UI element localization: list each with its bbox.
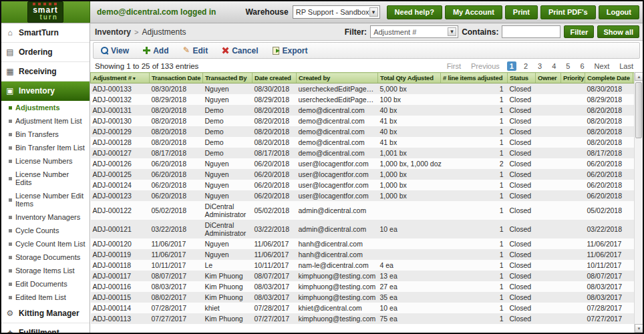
vertical-scrollbar[interactable] bbox=[634, 72, 643, 333]
pagination-item[interactable]: Next bbox=[592, 61, 613, 71]
toolbar-button[interactable]: Add bbox=[142, 46, 168, 55]
toolbar-button[interactable]: Export bbox=[272, 46, 308, 55]
sidebar-item[interactable]: ▤ Ordering bbox=[1, 43, 90, 62]
cell-date-created: 08/03/2017 bbox=[253, 292, 297, 303]
scroll-down-icon[interactable] bbox=[635, 324, 643, 333]
table-row[interactable]: ADJ-000129 08/20/2018 Demo 08/20/2018 de… bbox=[91, 126, 643, 137]
column-header[interactable]: Total Qty Adjusted bbox=[378, 73, 441, 84]
table-row[interactable]: ADJ-000114 07/28/2017 khiet 07/28/2017 k… bbox=[91, 303, 643, 313]
sidebar-item-label: Edit Documents bbox=[15, 280, 67, 288]
show-all-button[interactable]: Show all bbox=[597, 25, 639, 38]
filter-button[interactable]: Filter bbox=[564, 25, 594, 38]
sidebar-item[interactable]: Storage Items List bbox=[1, 264, 90, 277]
print-button[interactable]: Print bbox=[505, 5, 538, 19]
sidebar-item[interactable]: Cycle Counts bbox=[1, 224, 90, 237]
sidebar-item[interactable]: Bin Transfers bbox=[1, 128, 90, 141]
contains-input[interactable] bbox=[502, 25, 560, 38]
my-account-button[interactable]: My Account bbox=[445, 5, 502, 19]
cell-priority bbox=[561, 238, 585, 249]
table-row[interactable]: ADJ-000121 03/22/2018 DiCentral Administ… bbox=[91, 220, 643, 238]
pagination-item[interactable]: 1 bbox=[507, 61, 516, 71]
sidebar-item[interactable]: Storage Documents bbox=[1, 251, 90, 264]
sidebar-item[interactable]: ⌂ SmartTurn bbox=[1, 23, 90, 43]
sidebar-item[interactable]: License Numbers bbox=[1, 154, 90, 168]
cell-transacted-by: khiet bbox=[203, 303, 253, 313]
warehouse-select[interactable]: RP Support - Sandbox bbox=[293, 5, 380, 19]
filter-field-select[interactable]: Adjustment # bbox=[370, 25, 458, 38]
table-row[interactable]: ADJ-000117 08/07/2017 Kim Phuong 08/07/2… bbox=[91, 271, 643, 281]
column-header[interactable]: Transacted By bbox=[203, 73, 253, 84]
column-header[interactable]: Adjustment # bbox=[91, 73, 150, 84]
table-row[interactable]: ADJ-000132 08/29/2018 Nguyen 08/29/2018 … bbox=[91, 94, 643, 105]
sidebar-item[interactable]: Edit Documents bbox=[1, 277, 90, 291]
table-row[interactable]: ADJ-000128 08/20/2018 Demo 08/20/2018 de… bbox=[91, 137, 643, 148]
cell-complete-date: 07/28/2017 bbox=[585, 303, 633, 313]
sidebar-item[interactable]: Edited Item List bbox=[1, 291, 90, 304]
sidebar-item[interactable]: Adjustments bbox=[1, 101, 90, 114]
table-row[interactable]: ADJ-000126 06/20/2018 Nguyen 06/20/2018 … bbox=[91, 158, 643, 169]
table-row[interactable]: ADJ-000133 08/30/2018 Nguyen 08/30/2018 … bbox=[91, 84, 643, 95]
table-row[interactable]: ADJ-000113 07/27/2017 Kim Phuong 07/27/2… bbox=[91, 313, 643, 324]
sidebar-item[interactable]: License Number Edits bbox=[1, 168, 90, 189]
table-row[interactable]: ADJ-000122 05/02/2018 DiCentral Administ… bbox=[91, 201, 643, 220]
pagination-item[interactable]: 2 bbox=[521, 61, 530, 71]
table-row[interactable]: ADJ-000115 08/02/2017 Kim Phuong 08/03/2… bbox=[91, 292, 643, 303]
column-header[interactable]: Created by bbox=[297, 73, 378, 84]
table-row[interactable]: ADJ-000130 08/20/2018 Demo 08/20/2018 de… bbox=[91, 116, 643, 126]
sidebar-item[interactable]: License Number Edit Items bbox=[1, 189, 90, 210]
column-header[interactable]: Complete Date bbox=[585, 73, 633, 84]
column-header[interactable]: Owner bbox=[536, 73, 561, 84]
cell-date-created: 06/20/2018 bbox=[253, 158, 297, 169]
table-row[interactable]: ADJ-000118 10/11/2017 Le 10/11/2017 nam-… bbox=[91, 260, 643, 271]
table-row[interactable]: ADJ-000127 08/17/2018 Demo 08/17/2018 de… bbox=[91, 148, 643, 158]
cell-status: Closed bbox=[508, 180, 536, 190]
scroll-up-icon[interactable] bbox=[635, 72, 643, 81]
cell-owner bbox=[536, 281, 561, 292]
table-row[interactable]: ADJ-000123 06/20/2018 Nguyen 06/20/2018 … bbox=[91, 190, 643, 201]
toolbar-button[interactable]: ✎ Edit bbox=[182, 46, 208, 55]
column-header[interactable]: Priority bbox=[561, 73, 585, 84]
chevron-down-icon[interactable] bbox=[448, 27, 456, 36]
breadcrumb-parent[interactable]: Inventory bbox=[95, 27, 131, 37]
chevron-down-icon[interactable] bbox=[369, 7, 378, 17]
sidebar-item[interactable]: ▣ Inventory bbox=[1, 81, 90, 101]
scrollbar-thumb[interactable] bbox=[635, 82, 642, 138]
cell-transaction-date: 08/20/2018 bbox=[150, 126, 203, 137]
pagination-item[interactable]: Last bbox=[617, 61, 636, 71]
toolbar-button-label: View bbox=[111, 46, 129, 55]
table-row[interactable]: ADJ-000119 11/06/2017 Nguyen 11/06/2017 … bbox=[91, 249, 643, 260]
need-help-button[interactable]: Need help? bbox=[387, 5, 442, 19]
cell-date-created: 05/02/2018 bbox=[253, 201, 297, 220]
sidebar-item[interactable]: ▦ Receiving bbox=[1, 62, 90, 81]
column-header[interactable]: Status bbox=[508, 73, 536, 84]
table-row[interactable]: ADJ-000120 11/06/2017 Nguyen 11/06/2017 … bbox=[91, 238, 643, 249]
toolbar-button[interactable]: Cancel bbox=[221, 46, 258, 55]
cell-status: Closed bbox=[508, 281, 536, 292]
column-header[interactable]: Date created bbox=[253, 73, 297, 84]
sidebar-item[interactable]: ⚙ Kitting Manager bbox=[1, 304, 90, 323]
sidebar-item[interactable]: ✦ Fulfillment bbox=[1, 323, 90, 333]
pagination-item[interactable]: 6 bbox=[577, 61, 587, 71]
table-row[interactable]: ADJ-000116 08/03/2017 Kim Phuong 08/03/2… bbox=[91, 281, 643, 292]
sidebar-item[interactable]: Bin Transfer Item List bbox=[1, 141, 90, 154]
pagination-item[interactable]: First bbox=[444, 61, 464, 71]
cell-priority bbox=[561, 148, 585, 158]
print-pdfs-button[interactable]: Print PDF's bbox=[540, 5, 596, 19]
sidebar-item[interactable]: Inventory Managers bbox=[1, 210, 90, 224]
table-row[interactable]: ADJ-000131 08/20/2018 Demo 08/20/2018 de… bbox=[91, 105, 643, 116]
cell-adjustment-number: ADJ-000122 bbox=[91, 201, 150, 220]
pagination-item[interactable]: 3 bbox=[535, 61, 544, 71]
pagination-item[interactable]: 4 bbox=[549, 61, 558, 71]
pagination-item[interactable]: Previous bbox=[468, 61, 502, 71]
table-row[interactable]: ADJ-000124 06/20/2018 Nguyen 06/20/2018 … bbox=[91, 180, 643, 190]
table-row[interactable]: ADJ-000125 06/20/2018 Nguyen 06/20/2018 … bbox=[91, 169, 643, 180]
cell-adjustment-number: ADJ-000113 bbox=[91, 313, 150, 324]
logout-button[interactable]: Logout bbox=[599, 5, 639, 19]
pagination-item[interactable]: 5 bbox=[563, 61, 573, 71]
toolbar-button[interactable]: View bbox=[100, 46, 129, 55]
cell-total-qty-adjusted: 1,000 bx bbox=[378, 169, 441, 180]
column-header[interactable]: Transaction Date bbox=[150, 73, 203, 84]
column-header[interactable]: # line items adjusted bbox=[441, 73, 508, 84]
sidebar-item[interactable]: Cycle Count Item List bbox=[1, 237, 90, 251]
sidebar-item[interactable]: Adjustment Item List bbox=[1, 114, 90, 128]
